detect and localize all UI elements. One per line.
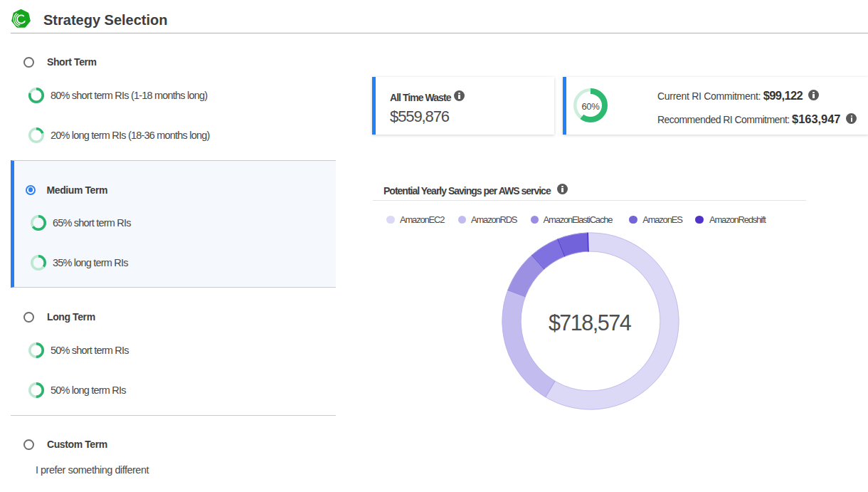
svg-text:60%: 60% [581,101,600,112]
svg-text:$718,574: $718,574 [549,310,632,335]
